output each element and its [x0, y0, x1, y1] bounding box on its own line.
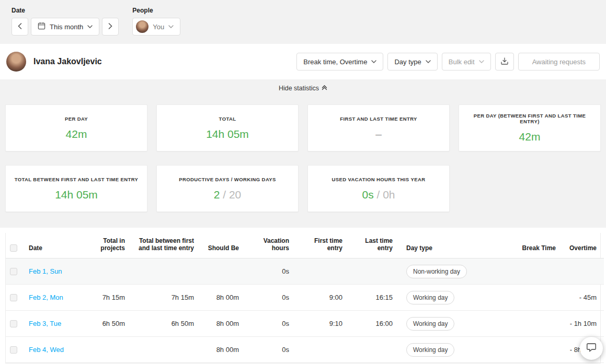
- break-overtime-label: Break time, Overtime: [303, 58, 367, 66]
- table-row: Feb 4, Wed 8h 00m 0s Working day - 8h 00…: [6, 337, 604, 363]
- stat-card-used-vacation: USED VACATION HOURS THIS YEAR 0s / 0h: [307, 165, 450, 212]
- chat-widget-button[interactable]: [580, 337, 603, 360]
- stat-value: 2 / 20: [214, 189, 242, 201]
- col-header-total-between: Total between first and last time entry: [129, 233, 198, 259]
- stat-title: PER DAY: [65, 116, 88, 122]
- people-value: You: [153, 23, 164, 31]
- table-row: Feb 2, Mon 7h 15m 7h 15m 8h 00m 0s 9:00 …: [6, 285, 604, 311]
- stat-value: 0s / 0h: [362, 189, 395, 201]
- stat-title: PRODUCTIVE DAYS / WORKING DAYS: [179, 177, 276, 182]
- prev-period-button[interactable]: [12, 18, 28, 36]
- vacation-hours-cell: 0s: [243, 337, 293, 363]
- stat-title: USED VACATION HOURS THIS YEAR: [332, 177, 426, 182]
- row-checkbox[interactable]: [10, 346, 17, 354]
- user-header: Ivana Jakovljevic Break time, Overtime D…: [0, 44, 606, 79]
- date-filter-group: Date This month: [12, 7, 119, 36]
- overtime-cell: - 45m: [560, 285, 604, 311]
- bulk-edit-label: Bulk edit: [449, 58, 475, 66]
- chevron-left-icon: [18, 23, 22, 31]
- overtime-cell: - 1h 10m: [560, 311, 604, 337]
- stat-card-total: TOTAL 14h 05m: [156, 104, 299, 151]
- export-button[interactable]: [495, 53, 514, 71]
- next-period-button[interactable]: [102, 18, 119, 36]
- date-link[interactable]: Feb 2, Mon: [29, 293, 63, 301]
- day-type-badge[interactable]: Non-working day: [406, 265, 467, 278]
- break-time-cell: [482, 285, 560, 311]
- break-overtime-dropdown[interactable]: Break time, Overtime: [296, 53, 383, 71]
- total-between-cell: 6h 50m: [129, 311, 198, 337]
- chevron-down-icon: [87, 25, 93, 28]
- vacation-hours-cell: 0s: [243, 285, 293, 311]
- table-header-row: Date Total in projects Total between fir…: [6, 233, 604, 259]
- day-type-dropdown[interactable]: Day type: [387, 53, 437, 71]
- first-time-entry-cell: 9:00: [293, 285, 347, 311]
- total-in-projects-cell: [83, 337, 129, 363]
- table-row: Feb 1, Sun 0s Non-working day: [6, 259, 604, 285]
- hide-statistics-toggle[interactable]: Hide statistics: [5, 85, 601, 92]
- first-time-entry-cell: [293, 337, 347, 363]
- day-type-badge[interactable]: Working day: [406, 317, 454, 331]
- attendance-table: Date Total in projects Total between fir…: [5, 233, 601, 363]
- should-be-cell: 8h 00m: [198, 337, 243, 363]
- row-checkbox[interactable]: [10, 320, 17, 327]
- stat-card-per-day: PER DAY 42m: [5, 104, 147, 151]
- date-range-dropdown[interactable]: This month: [31, 18, 99, 36]
- stat-value: 14h 05m: [206, 128, 249, 140]
- people-dropdown[interactable]: You: [132, 18, 180, 36]
- col-header-vacation-hours: Vacation hours: [243, 233, 293, 259]
- total-in-projects-cell: 7h 15m: [83, 285, 129, 311]
- col-header-break-time: Break Time: [482, 233, 560, 259]
- vacation-hours-cell: 0s: [243, 259, 293, 285]
- should-be-cell: [198, 259, 243, 285]
- break-time-cell: [482, 259, 560, 285]
- last-time-entry-cell: [347, 337, 397, 363]
- last-time-entry-cell: 16:00: [347, 311, 397, 337]
- overtime-cell: [560, 259, 604, 285]
- date-link[interactable]: Feb 1, Sun: [29, 267, 62, 275]
- col-header-first-time-entry: First time entry: [293, 233, 347, 259]
- col-header-last-time-entry: Last time entry: [347, 233, 397, 259]
- stat-title: PER DAY (BETWEEN FIRST AND LAST TIME ENT…: [464, 113, 595, 124]
- total-between-cell: [129, 259, 198, 285]
- day-type-badge[interactable]: Working day: [406, 291, 454, 304]
- total-in-projects-cell: 6h 50m: [83, 311, 129, 337]
- calendar-icon: [38, 22, 45, 31]
- filter-bar: Date This month People You: [0, 0, 606, 44]
- vacation-hours-cell: 0s: [243, 311, 293, 337]
- date-link[interactable]: Feb 4, Wed: [29, 346, 64, 354]
- avatar: [136, 20, 148, 33]
- stat-value: 14h 05m: [55, 189, 98, 201]
- chevron-right-icon: [108, 23, 112, 31]
- break-time-cell: [482, 311, 560, 337]
- bulk-edit-dropdown[interactable]: Bulk edit: [442, 53, 491, 71]
- table-row: Feb 3, Tue 6h 50m 6h 50m 8h 00m 0s 9:10 …: [6, 311, 604, 337]
- stat-title: TOTAL: [219, 116, 236, 122]
- stat-title: FIRST AND LAST TIME ENTRY: [340, 116, 417, 122]
- last-time-entry-cell: [347, 259, 397, 285]
- col-header-overtime: Overtime: [560, 233, 604, 259]
- date-link[interactable]: Feb 3, Tue: [29, 320, 61, 327]
- awaiting-requests-label: Awaiting requests: [532, 58, 586, 66]
- row-checkbox[interactable]: [10, 294, 17, 301]
- stat-value: –: [375, 128, 382, 140]
- total-between-cell: 7h 15m: [129, 285, 198, 311]
- chevron-down-icon: [168, 25, 174, 28]
- download-icon: [500, 57, 509, 67]
- day-type-badge[interactable]: Working day: [406, 343, 454, 357]
- chat-bubble-icon: [586, 342, 597, 355]
- double-chevron-up-icon: [322, 85, 327, 92]
- select-all-checkbox[interactable]: [10, 244, 17, 252]
- col-header-should-be: Should Be: [198, 233, 243, 259]
- row-checkbox[interactable]: [10, 268, 17, 275]
- stat-title: TOTAL BETWEEN FIRST AND LAST TIME ENTRY: [15, 177, 139, 182]
- total-in-projects-cell: [83, 259, 129, 285]
- stat-card-first-last-entry: FIRST AND LAST TIME ENTRY –: [307, 104, 450, 151]
- first-time-entry-cell: 9:10: [293, 311, 347, 337]
- stat-value: 42m: [519, 131, 541, 143]
- last-time-entry-cell: 16:15: [347, 285, 397, 311]
- awaiting-requests-button[interactable]: Awaiting requests: [518, 53, 600, 71]
- stat-card-productive-days: PRODUCTIVE DAYS / WORKING DAYS 2 / 20: [156, 165, 299, 212]
- people-filter-group: People You: [132, 7, 180, 36]
- stat-card-per-day-between: PER DAY (BETWEEN FIRST AND LAST TIME ENT…: [459, 104, 601, 151]
- day-type-label: Day type: [394, 58, 421, 66]
